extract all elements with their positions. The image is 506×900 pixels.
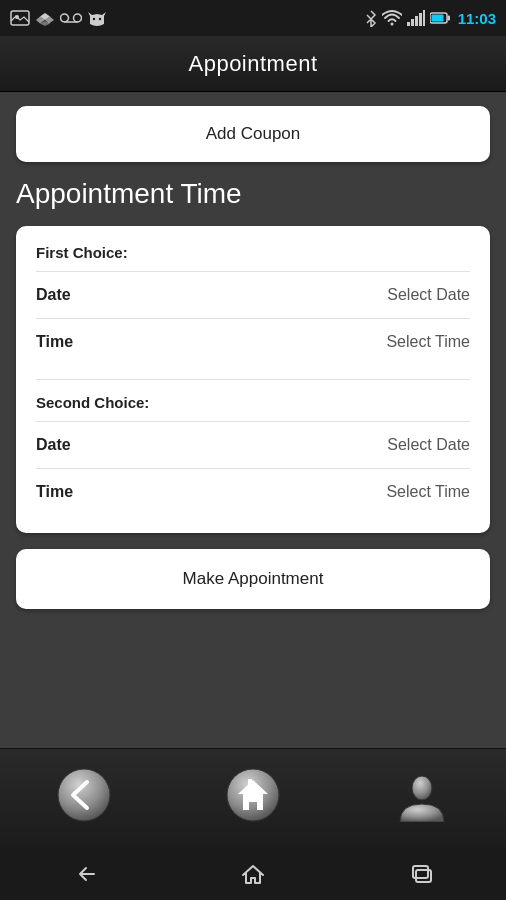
second-time-row[interactable]: Time Select Time — [36, 468, 470, 515]
app-bar: Appointment — [0, 36, 506, 92]
svg-rect-14 — [431, 15, 443, 22]
add-coupon-button[interactable]: Add Coupon — [16, 106, 490, 162]
system-nav — [0, 848, 506, 900]
status-time: 11:03 — [458, 10, 496, 27]
svg-rect-9 — [415, 16, 418, 26]
status-bar-left — [10, 10, 106, 26]
second-date-value[interactable]: Select Date — [387, 436, 470, 454]
svg-rect-13 — [447, 16, 450, 21]
second-time-label: Time — [36, 483, 73, 501]
first-time-label: Time — [36, 333, 73, 351]
second-time-value[interactable]: Select Time — [386, 483, 470, 501]
appointment-time-heading: Appointment Time — [16, 178, 490, 210]
svg-rect-17 — [248, 779, 252, 786]
signal-icon — [407, 10, 425, 26]
profile-nav-button[interactable] — [382, 760, 462, 830]
app-bar-title: Appointment — [188, 51, 317, 77]
first-date-row[interactable]: Date Select Date — [36, 271, 470, 318]
svg-rect-11 — [423, 10, 425, 26]
appointment-card: First Choice: Date Select Date Time Sele… — [16, 226, 490, 533]
svg-point-15 — [58, 769, 110, 821]
back-nav-button[interactable] — [44, 760, 124, 830]
sys-back-button[interactable] — [54, 856, 114, 892]
svg-point-18 — [412, 776, 432, 800]
profile-icon — [398, 768, 446, 822]
first-date-label: Date — [36, 286, 71, 304]
first-time-value[interactable]: Select Time — [386, 333, 470, 351]
svg-point-5 — [93, 18, 95, 20]
home-nav-button[interactable] — [213, 760, 293, 830]
second-date-label: Date — [36, 436, 71, 454]
first-choice-label: First Choice: — [36, 244, 470, 261]
svg-rect-10 — [419, 13, 422, 26]
bottom-nav — [0, 748, 506, 848]
sys-home-icon — [241, 863, 265, 885]
svg-point-2 — [61, 14, 69, 22]
first-date-value[interactable]: Select Date — [387, 286, 470, 304]
status-bar: 11:03 — [0, 0, 506, 36]
sys-recents-icon — [410, 863, 434, 885]
main-content: Add Coupon Appointment Time First Choice… — [0, 92, 506, 748]
dropbox-icon — [36, 10, 54, 26]
voicemail-icon — [60, 11, 82, 25]
make-appointment-button[interactable]: Make Appointment — [16, 549, 490, 609]
battery-icon — [430, 11, 450, 25]
second-choice-label: Second Choice: — [36, 379, 470, 411]
back-arrow-icon — [57, 768, 111, 822]
sys-recents-button[interactable] — [392, 856, 452, 892]
svg-point-3 — [74, 14, 82, 22]
svg-rect-8 — [411, 19, 414, 26]
home-icon — [226, 768, 280, 822]
second-date-row[interactable]: Date Select Date — [36, 421, 470, 468]
photo-icon — [10, 10, 30, 26]
svg-rect-7 — [407, 22, 410, 26]
status-bar-right: 11:03 — [365, 9, 496, 27]
cat-icon — [88, 10, 106, 26]
sys-back-icon — [72, 863, 96, 885]
wifi-icon — [382, 10, 402, 26]
bluetooth-icon — [365, 9, 377, 27]
sys-home-button[interactable] — [223, 856, 283, 892]
svg-point-6 — [99, 18, 101, 20]
first-time-row[interactable]: Time Select Time — [36, 318, 470, 365]
